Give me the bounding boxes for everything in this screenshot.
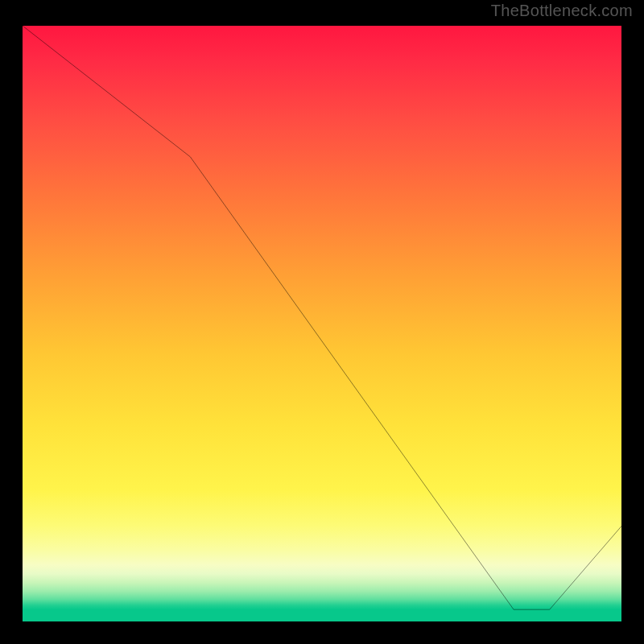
watermark-text: TheBottleneck.com bbox=[491, 2, 633, 20]
series-curve bbox=[23, 26, 621, 609]
chart-line-layer bbox=[23, 26, 621, 621]
chart-plot-area bbox=[19, 23, 625, 625]
